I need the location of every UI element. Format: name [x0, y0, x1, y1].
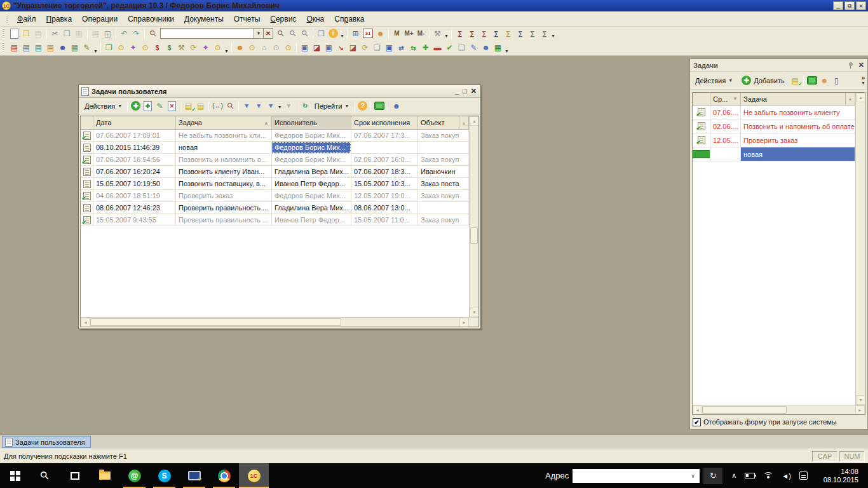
doc-exchange-icon[interactable]: ⇄: [395, 43, 407, 53]
window-maximize-button[interactable]: □: [463, 87, 467, 95]
table-row[interactable]: 08.06.2007 12:46:23Проверить правильност…: [81, 202, 469, 214]
wifi-icon[interactable]: [763, 472, 773, 479]
cell[interactable]: новая: [176, 142, 272, 154]
memory-m-plus-icon[interactable]: M+: [403, 28, 415, 39]
price-down-icon[interactable]: $: [163, 43, 175, 53]
column-header-Исполнитель[interactable]: Исполнитель: [272, 116, 351, 130]
add-button-label[interactable]: Добавить: [754, 77, 785, 85]
menu-справочники[interactable]: Справочники: [123, 13, 179, 25]
report-flag-blue-icon[interactable]: ∑: [490, 28, 502, 39]
save-icon[interactable]: ▤: [32, 28, 44, 39]
panel-column-header-Ср...[interactable]: Ср...▼: [710, 93, 741, 105]
report-flag-blue2-icon[interactable]: ∑: [514, 28, 526, 39]
cut-icon[interactable]: ✂: [49, 28, 61, 39]
goto-menu-button[interactable]: Перейти▼: [311, 101, 353, 111]
close-button[interactable]: ✕: [856, 1, 866, 10]
filter-history-icon[interactable]: ▼: [265, 100, 277, 111]
actions-menu-button[interactable]: Действия▼: [81, 101, 125, 111]
column-header-Срок исполнения[interactable]: Срок исполнения: [351, 116, 418, 130]
cell[interactable]: [418, 142, 469, 154]
toolbar-overflow-button[interactable]: »▼: [861, 76, 865, 86]
minus-coins-icon[interactable]: ▬: [431, 43, 444, 53]
horizontal-scrollbar[interactable]: ◄ ►: [81, 317, 478, 327]
panel-actions-button[interactable]: Действия▼: [692, 76, 736, 86]
price-up-icon[interactable]: $: [151, 43, 163, 53]
scroll-right-icon[interactable]: ►: [855, 405, 865, 415]
open-folder-icon[interactable]: ❒: [20, 28, 32, 39]
copy-icon[interactable]: ❐: [61, 28, 73, 39]
menu-файл[interactable]: Файл: [12, 13, 41, 25]
zoom-in-icon[interactable]: ⚲: [287, 28, 299, 39]
doc-check-coins-icon[interactable]: ✔: [444, 43, 456, 53]
performer-icon[interactable]: ☻: [818, 75, 831, 86]
chevron-down-icon[interactable]: ▼: [550, 34, 556, 40]
volume-icon[interactable]: ◄): [782, 472, 791, 480]
customer-icon[interactable]: ☻: [234, 43, 246, 53]
cell[interactable]: Иванов Петр Федор...: [272, 214, 351, 226]
repair-coins-icon[interactable]: ⚒: [175, 43, 187, 53]
find-next-icon[interactable]: ⚲: [275, 28, 287, 39]
chevron-down-icon[interactable]: ▼: [504, 49, 510, 55]
doc-swap-icon[interactable]: ⇆: [407, 43, 419, 53]
cell[interactable]: 07.06.2007 16:20:24: [93, 166, 176, 178]
column-header-icon[interactable]: [81, 116, 93, 130]
battery-icon[interactable]: [745, 473, 755, 478]
payment-coins-icon[interactable]: ⊙: [115, 43, 127, 53]
report-sum-doc-icon[interactable]: ∑: [526, 28, 538, 39]
menu-правка[interactable]: Правка: [41, 13, 78, 25]
scroll-down-icon[interactable]: ▼: [856, 395, 865, 405]
toolbar-grip[interactable]: [3, 29, 4, 39]
panel-horizontal-scrollbar[interactable]: ◄ ►: [693, 405, 865, 414]
toolbar-grip[interactable]: [3, 43, 4, 53]
cell[interactable]: Федоров Борис Мих...: [272, 130, 351, 142]
table-row[interactable]: 07.06.2007 16:20:24Позвонить клиенту Ива…: [81, 166, 469, 178]
monitor-sales-icon[interactable]: ▣: [299, 43, 311, 53]
cell[interactable]: 08.06.2007 13:0...: [351, 202, 418, 214]
cell[interactable]: Не забыть позвонить кли...: [176, 130, 272, 142]
table-row[interactable]: 04.06.2007 18:51:19Проверить заказФедоро…: [81, 190, 469, 202]
cell[interactable]: Заказ покуп: [418, 214, 469, 226]
user-tasks-window-titlebar[interactable]: Задачи пользователя _ □ ✕: [79, 85, 480, 98]
taskbar-1c-icon[interactable]: 1С: [239, 463, 269, 488]
cell[interactable]: Заказ покуп: [418, 130, 469, 142]
monitor-customer-icon[interactable]: ▣: [323, 43, 335, 53]
document-refresh-icon[interactable]: ❐: [103, 43, 115, 53]
cell[interactable]: Гладилина Вера Мих...: [272, 202, 351, 214]
doc-coins-icon[interactable]: ❏: [371, 43, 383, 53]
mark-done-icon[interactable]: ▤✓: [789, 75, 801, 86]
report-sum-red2-icon[interactable]: ∑: [466, 28, 478, 39]
scroll-left-icon[interactable]: ◄: [81, 318, 90, 327]
taskbar-task-view-icon[interactable]: [60, 463, 90, 488]
restore-button[interactable]: ⧉: [844, 1, 855, 10]
cell[interactable]: 07.06.2007 18:3...: [351, 166, 418, 178]
taskbar-clock[interactable]: 14:0808.10.2015: [818, 468, 858, 484]
new-document-icon[interactable]: [8, 28, 20, 39]
window-tab-Задачи пользователя[interactable]: Задачи пользователя: [2, 436, 91, 448]
coins-stack-icon[interactable]: ⊙: [246, 43, 258, 53]
taskbar-chrome-icon[interactable]: [209, 463, 239, 488]
screen-form-icon[interactable]: [807, 76, 817, 85]
cell[interactable]: Проверить правильность ...: [176, 202, 272, 214]
doc-coins2-icon[interactable]: ❏: [456, 43, 468, 53]
coins-small-icon[interactable]: ⊙: [282, 43, 294, 53]
coins-gray-icon[interactable]: ⊙: [270, 43, 282, 53]
menu-операции[interactable]: Операции: [77, 13, 123, 25]
chevron-down-icon[interactable]: ▼: [277, 105, 283, 111]
action-center-icon[interactable]: [799, 471, 808, 480]
chevron-down-icon[interactable]: ▼: [444, 34, 449, 40]
chart-down-icon[interactable]: ↘: [335, 43, 347, 53]
search-clear-icon[interactable]: ✕: [264, 28, 273, 39]
cell[interactable]: 15.05.2007 10:19:50: [93, 178, 176, 190]
coins-exchange-icon[interactable]: ⟳: [187, 43, 200, 53]
cell[interactable]: 08.06.2007 12:46:23: [93, 202, 176, 214]
find-number-icon[interactable]: ⚲: [224, 100, 236, 111]
cell[interactable]: Иваночкин: [418, 166, 469, 178]
taskbar-explorer-icon[interactable]: [90, 463, 119, 488]
vertical-scrollbar[interactable]: ▲ ▼: [469, 116, 478, 317]
menu-документы[interactable]: Документы: [179, 13, 229, 25]
cell[interactable]: [351, 142, 418, 154]
filter-by-value-icon[interactable]: ▼: [253, 100, 265, 111]
edit-icon[interactable]: ✎: [154, 100, 166, 111]
redo-icon[interactable]: ↷: [130, 28, 142, 39]
table-row[interactable]: 15.05.2007 10:19:50Позвонить поставщику,…: [81, 178, 469, 190]
